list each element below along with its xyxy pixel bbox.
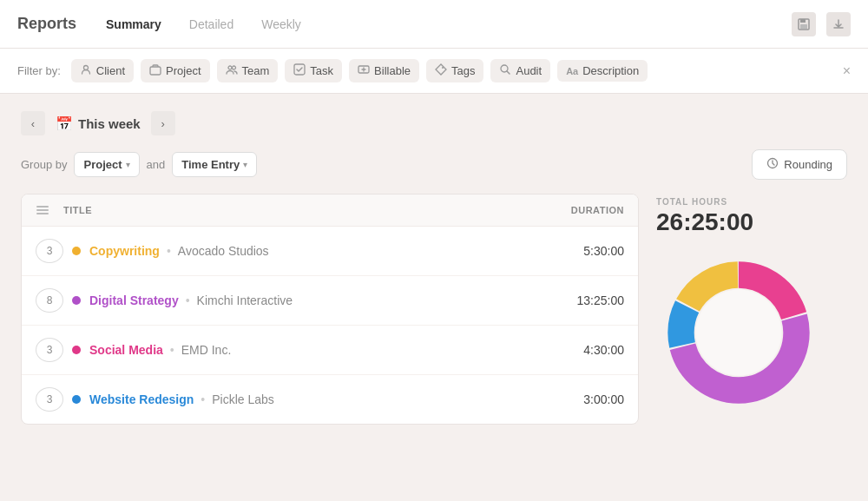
row-count: 3 [36, 338, 63, 362]
save-button[interactable] [792, 12, 816, 36]
date-label: 📅 This week [56, 115, 141, 132]
and-label: and [147, 158, 166, 171]
table-header: TITLE DURATION [22, 194, 638, 227]
svg-rect-14 [36, 213, 49, 214]
col-title-header: TITLE [63, 205, 546, 215]
separator: • [201, 392, 205, 406]
svg-point-6 [232, 66, 235, 69]
row-count: 8 [36, 288, 63, 313]
client-name: Kimchi Interactive [197, 293, 546, 307]
project-dot [72, 296, 81, 305]
total-hours-label: TOTAL HOURS [656, 197, 727, 207]
time-entry-value: Time Entry [181, 158, 240, 171]
project-icon [149, 63, 161, 78]
team-icon [226, 63, 238, 78]
duration: 4:30:00 [546, 343, 624, 357]
download-button[interactable] [826, 12, 851, 36]
data-table: TITLE DURATION 3 Copywriting • Avocado S… [21, 194, 639, 425]
task-label: Task [310, 64, 333, 77]
project-dot [72, 346, 81, 354]
tags-icon [435, 63, 447, 78]
total-hours-value: 26:25:00 [656, 208, 753, 236]
clear-filters-button[interactable]: × [843, 63, 851, 79]
table-row[interactable]: 3 Copywriting • Avocado Studios 5:30:00 [22, 227, 638, 276]
duration: 3:00:00 [546, 392, 624, 406]
separator: • [186, 293, 190, 307]
filter-tags[interactable]: Tags [426, 59, 483, 82]
svg-rect-1 [800, 19, 806, 23]
calendar-icon: 📅 [56, 115, 73, 132]
group-by-value: Project [83, 158, 122, 171]
controls-row: Group by Project ▾ and Time Entry ▾ Roun… [21, 149, 847, 180]
main-content: ‹ 📅 This week › Group by Project ▾ and T… [0, 94, 868, 442]
time-entry-arrow-icon: ▾ [243, 160, 247, 169]
row-count: 3 [36, 239, 63, 263]
client-label: Client [96, 64, 125, 77]
filter-audit[interactable]: Audit [490, 59, 550, 82]
svg-rect-12 [36, 206, 49, 208]
svg-rect-13 [36, 209, 49, 211]
svg-rect-4 [150, 67, 161, 75]
filter-client[interactable]: Client [71, 59, 134, 82]
group-by-label: Group by [21, 158, 67, 171]
filter-description[interactable]: Aa Description [557, 60, 648, 82]
date-navigation: ‹ 📅 This week › [21, 111, 847, 135]
content-area: TITLE DURATION 3 Copywriting • Avocado S… [21, 194, 847, 425]
team-label: Team [242, 64, 270, 77]
separator: • [167, 244, 171, 258]
prev-week-button[interactable]: ‹ [21, 111, 45, 135]
task-icon [293, 63, 306, 78]
row-count: 3 [36, 387, 63, 412]
table-row[interactable]: 8 Digital Strategy • Kimchi Interactive … [22, 276, 638, 326]
svg-point-9 [442, 67, 444, 69]
time-entry-dropdown[interactable]: Time Entry ▾ [172, 152, 257, 177]
date-text: This week [78, 116, 141, 131]
project-label: Project [166, 64, 201, 77]
rounding-label: Rounding [784, 158, 832, 171]
filter-task[interactable]: Task [285, 59, 342, 82]
separator: • [170, 343, 174, 357]
project-name[interactable]: Digital Strategy [89, 293, 179, 307]
audit-label: Audit [516, 64, 542, 77]
next-week-button[interactable]: › [151, 111, 175, 135]
rounding-button[interactable]: Rounding [752, 149, 847, 180]
project-name[interactable]: Website Redesign [89, 392, 194, 406]
billable-icon [358, 63, 370, 78]
filter-bar: Filter by: Client Project Team Task Bill… [0, 49, 868, 94]
filter-project[interactable]: Project [141, 59, 209, 82]
group-by-dropdown[interactable]: Project ▾ [74, 152, 139, 177]
svg-rect-2 [800, 24, 807, 29]
filter-team[interactable]: Team [217, 59, 279, 82]
chart-area: TOTAL HOURS 26:25:00 [656, 194, 847, 425]
top-nav: Reports Summary Detailed Weekly [0, 0, 868, 49]
client-name: Avocado Studios [178, 244, 546, 258]
svg-point-3 [83, 66, 88, 70]
project-dot [72, 247, 81, 255]
project-dot [72, 395, 81, 404]
nav-actions [792, 12, 851, 36]
duration: 13:25:00 [546, 293, 624, 307]
project-name[interactable]: Copywriting [89, 244, 160, 258]
client-name: Pickle Labs [212, 392, 546, 406]
description-label: Description [582, 64, 639, 77]
donut-chart [656, 250, 821, 415]
audit-icon [499, 63, 511, 78]
table-row[interactable]: 3 Website Redesign • Pickle Labs 3:00:00 [22, 375, 638, 424]
tags-label: Tags [451, 64, 475, 77]
filter-billable[interactable]: Billable [349, 59, 419, 82]
client-name: EMD Inc. [181, 343, 546, 357]
project-name[interactable]: Social Media [89, 343, 163, 357]
rounding-icon [766, 157, 779, 172]
table-row[interactable]: 3 Social Media • EMD Inc. 4:30:00 [22, 326, 638, 375]
duration: 5:30:00 [546, 244, 624, 258]
col-duration-header: DURATION [546, 205, 624, 215]
tab-weekly[interactable]: Weekly [249, 12, 313, 36]
filter-by-label: Filter by: [17, 64, 61, 77]
tab-detailed[interactable]: Detailed [177, 12, 246, 36]
header-icon [36, 203, 63, 217]
billable-label: Billable [374, 64, 411, 77]
tab-summary[interactable]: Summary [94, 12, 174, 36]
description-icon: Aa [566, 66, 578, 76]
nav-tabs: Summary Detailed Weekly [94, 12, 313, 36]
client-icon [80, 63, 92, 78]
